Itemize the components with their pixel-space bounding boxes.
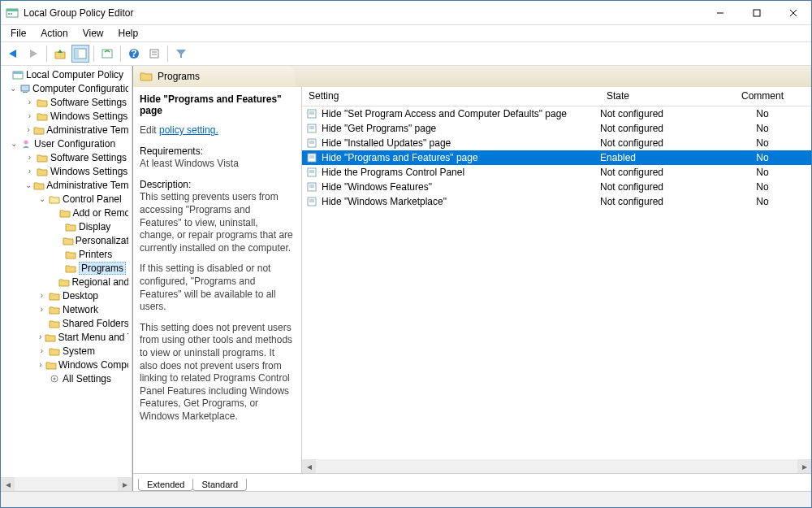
expand-icon[interactable]: › (37, 291, 46, 300)
expand-icon[interactable]: › (25, 125, 32, 134)
folder-icon (63, 235, 74, 246)
tree-scrollbar[interactable]: ◂ ▸ (1, 477, 132, 491)
scroll-left-icon[interactable]: ◂ (302, 459, 316, 473)
back-button[interactable] (4, 45, 22, 63)
scroll-right-icon[interactable]: ▸ (118, 477, 132, 491)
tree-item[interactable]: ›Windows Settings (1, 164, 132, 178)
setting-name: Hide "Get Programs" page (320, 123, 600, 134)
tree-item[interactable]: ⌄Administrative Templates (1, 178, 132, 192)
tree-item[interactable]: ›Desktop (1, 289, 132, 302)
svg-point-3 (11, 13, 12, 15)
list-item[interactable]: Hide "Windows Marketplace"Not configured… (302, 194, 811, 209)
scroll-left-icon[interactable]: ◂ (1, 477, 15, 491)
menu-view[interactable]: View (76, 26, 110, 41)
collapse-icon[interactable]: ⌄ (25, 180, 32, 189)
tree-item[interactable]: Printers (1, 247, 132, 261)
list-item[interactable]: Hide "Get Programs" pageNot configuredNo (302, 121, 811, 136)
refresh-button[interactable] (98, 45, 116, 63)
tree-item[interactable]: ⌄Control Panel (1, 192, 132, 206)
folder-icon (48, 318, 61, 329)
up-folder-button[interactable] (51, 45, 69, 63)
content-pane: Programs Hide "Programs and Features" pa… (132, 66, 811, 491)
setting-state: Not configured (600, 196, 714, 207)
folder-icon (36, 111, 49, 122)
menu-action[interactable]: Action (34, 26, 74, 41)
scroll-track[interactable] (316, 459, 797, 473)
edit-policy-link[interactable]: policy setting. (159, 124, 218, 136)
tree-computer-config[interactable]: ⌄Computer Configuration (1, 81, 132, 95)
tree-item[interactable]: ›Software Settings (1, 150, 132, 164)
expand-icon[interactable]: › (37, 360, 44, 369)
menu-help[interactable]: Help (112, 26, 145, 41)
collapse-icon[interactable]: ⌄ (9, 139, 18, 148)
list-item[interactable]: Hide "Programs and Features" pageEnabled… (302, 150, 811, 165)
col-comment[interactable]: Comment (714, 87, 811, 106)
policy-item-icon (305, 138, 318, 148)
tree-item[interactable]: ›Start Menu and Taskbar (1, 330, 132, 344)
tree-item[interactable]: All Settings (1, 371, 132, 385)
setting-state: Not configured (600, 123, 714, 134)
col-state[interactable]: State (600, 87, 714, 106)
tree-item[interactable]: Shared Folders (1, 316, 132, 330)
content-body: Hide "Programs and Features" page Edit p… (133, 87, 811, 473)
expand-icon[interactable]: › (25, 153, 34, 162)
folder-icon (64, 221, 77, 232)
collapse-icon[interactable]: ⌄ (9, 84, 17, 93)
folder-icon (36, 97, 49, 108)
tab-standard[interactable]: Standard (192, 479, 247, 491)
expand-icon[interactable]: › (25, 111, 34, 120)
list-item[interactable]: Hide "Installed Updates" pageNot configu… (302, 136, 811, 150)
setting-comment: No (714, 137, 811, 149)
tree-user-config[interactable]: ⌄User Configuration (1, 137, 132, 150)
tree-item[interactable]: Display (1, 219, 132, 233)
scroll-right-icon[interactable]: ▸ (797, 459, 811, 473)
user-icon (19, 138, 32, 150)
tree-item[interactable]: ›Software Settings (1, 95, 132, 109)
tree-root[interactable]: Local Computer Policy (1, 67, 132, 81)
folder-icon (64, 249, 77, 260)
svg-rect-20 (23, 92, 28, 93)
folder-icon (36, 166, 49, 177)
titlebar[interactable]: Local Group Policy Editor (1, 1, 811, 25)
col-setting[interactable]: Setting (302, 87, 600, 106)
expand-icon[interactable]: › (25, 98, 34, 106)
list-scrollbar[interactable]: ◂ ▸ (302, 459, 811, 473)
setting-state: Not configured (600, 167, 714, 178)
list-item[interactable]: Hide the Programs Control PanelNot confi… (302, 165, 811, 180)
tree-item-programs-selected[interactable]: Programs (1, 261, 132, 275)
tree-item[interactable]: ›Windows Components (1, 358, 132, 371)
folder-icon (36, 152, 49, 163)
list-item[interactable]: Hide "Windows Features"Not configuredNo (302, 180, 811, 194)
expand-icon[interactable]: › (37, 332, 43, 341)
list-header: Setting State Comment (302, 87, 811, 106)
setting-comment: No (714, 167, 811, 178)
menubar: File Action View Help (1, 25, 811, 41)
tree-item[interactable]: ›Network (1, 302, 132, 316)
description-label: Description: (140, 179, 191, 190)
expand-icon[interactable]: › (37, 305, 46, 314)
minimize-button[interactable] (702, 1, 738, 24)
menu-file[interactable]: File (4, 26, 32, 41)
tree-item[interactable]: Regional and Language Options (1, 275, 132, 289)
tree-pane[interactable]: Local Computer Policy ⌄Computer Configur… (1, 66, 132, 491)
list-item[interactable]: Hide "Set Program Access and Computer De… (302, 106, 811, 121)
forward-button[interactable] (24, 45, 42, 63)
maximize-button[interactable] (738, 1, 775, 24)
setting-comment: No (714, 196, 811, 207)
properties-button[interactable] (145, 45, 163, 63)
breadcrumb-tab: Programs (133, 66, 296, 87)
tree-item[interactable]: Add or Remove Programs (1, 206, 132, 219)
expand-icon[interactable]: › (25, 167, 34, 176)
collapse-icon[interactable]: ⌄ (37, 194, 46, 203)
help-button[interactable]: ? (125, 45, 143, 63)
tree-item[interactable]: ›Windows Settings (1, 109, 132, 123)
filter-button[interactable] (172, 45, 190, 63)
show-hide-tree-button[interactable] (71, 45, 89, 63)
close-button[interactable] (775, 1, 811, 24)
tab-extended[interactable]: Extended (138, 479, 193, 491)
tree-item[interactable]: ›Administrative Templates (1, 123, 132, 137)
tree-item[interactable]: ›System (1, 344, 132, 358)
setting-state: Enabled (600, 152, 714, 163)
expand-icon[interactable]: › (37, 346, 46, 355)
tree-item[interactable]: Personalization (1, 233, 132, 247)
